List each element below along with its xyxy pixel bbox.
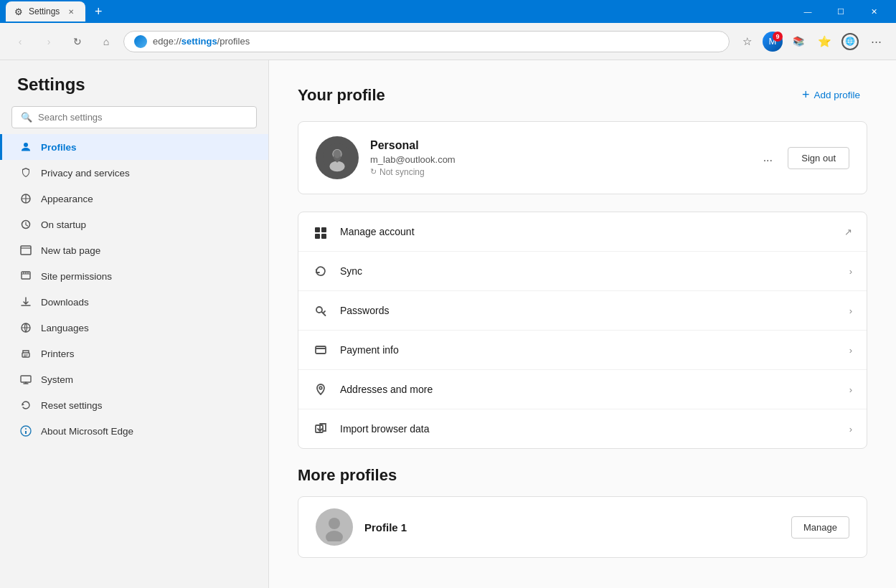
more-profiles-header: More profiles <box>298 466 867 485</box>
import-label: Import browser data <box>340 423 838 435</box>
manage-account-item[interactable]: Manage account ↗ <box>298 212 867 252</box>
settings-tab-label: Settings <box>29 6 60 16</box>
your-profile-title: Your profile <box>298 86 385 105</box>
sidebar-item-startup[interactable]: On startup <box>0 212 268 237</box>
sign-out-button[interactable]: Sign out <box>788 147 849 169</box>
favorites-button[interactable]: ☆ <box>735 30 758 53</box>
profile1-avatar-svg <box>320 513 349 541</box>
personal-avatar-svg <box>323 143 352 172</box>
search-box[interactable]: 🔍 <box>11 106 257 128</box>
search-icon: 🔍 <box>21 112 32 123</box>
sync-item[interactable]: Sync › <box>298 252 867 291</box>
svg-rect-15 <box>315 234 320 239</box>
passwords-label: Passwords <box>340 305 838 316</box>
profile1-card: Profile 1 Manage <box>298 496 867 558</box>
sync-status-text: Not syncing <box>379 167 425 177</box>
profile1-avatar <box>316 508 353 546</box>
system-icon <box>19 373 32 386</box>
personal-profile-actions: ... Sign out <box>756 146 849 169</box>
svg-point-22 <box>326 531 343 541</box>
profiles-icon <box>19 141 32 153</box>
more-options-button[interactable]: ... <box>756 146 779 169</box>
favorites-star-button[interactable]: ⭐ <box>813 30 836 53</box>
addresses-label: Addresses and more <box>340 384 838 395</box>
addresses-item[interactable]: Addresses and more › <box>298 370 867 409</box>
home-button[interactable]: ⌂ <box>95 30 118 53</box>
search-input[interactable] <box>38 112 247 123</box>
import-icon <box>313 421 329 437</box>
svg-point-21 <box>329 518 340 529</box>
collections-button[interactable]: 📚 <box>787 30 810 53</box>
personal-profile-info: Personal m_lab@outlook.com ↻ Not syncing <box>370 139 745 177</box>
sidebar-item-siteperm[interactable]: Site permissions <box>0 263 268 289</box>
personal-profile-card: Personal m_lab@outlook.com ↻ Not syncing… <box>298 121 867 194</box>
badge-count: 9 <box>773 32 783 42</box>
languages-icon <box>19 321 32 334</box>
title-bar: ⚙ Settings ✕ + — ☐ ✕ <box>0 0 896 23</box>
tab-close-btn[interactable]: ✕ <box>65 6 77 17</box>
close-button[interactable]: ✕ <box>857 0 890 23</box>
passwords-item[interactable]: Passwords › <box>298 291 867 331</box>
sidebar-item-about-label: About Microsoft Edge <box>41 426 133 437</box>
passwords-icon <box>313 303 329 318</box>
manage-profile1-button[interactable]: Manage <box>791 516 849 539</box>
payment-arrow-icon: › <box>849 345 852 356</box>
siteperm-icon <box>19 270 32 283</box>
sidebar-item-about[interactable]: About Microsoft Edge <box>0 418 268 444</box>
browser-icon-button[interactable]: 🌐 <box>839 30 862 53</box>
privacy-icon <box>19 166 32 179</box>
address-field[interactable]: edge://settings/profiles <box>123 31 730 52</box>
sidebar-item-languages[interactable]: Languages <box>0 315 268 341</box>
sidebar-item-appearance[interactable]: Appearance <box>0 186 268 212</box>
new-tab-button[interactable]: + <box>88 1 108 22</box>
sidebar-item-profiles-label: Profiles <box>41 142 77 153</box>
back-button[interactable]: ‹ <box>9 30 32 53</box>
toolbar-icons: ☆ M 9 📚 ⭐ 🌐 ⋯ <box>735 30 887 53</box>
svg-rect-18 <box>316 346 326 354</box>
manage-account-icon <box>313 224 329 240</box>
maximize-button[interactable]: ☐ <box>824 0 857 23</box>
svg-rect-16 <box>321 234 326 239</box>
svg-rect-6 <box>21 376 31 382</box>
address-text: edge://settings/profiles <box>153 36 250 47</box>
sync-icon: ↻ <box>370 167 377 176</box>
reset-icon <box>19 399 32 412</box>
more-button[interactable]: ⋯ <box>864 30 887 53</box>
sidebar-item-siteperm-label: Site permissions <box>41 271 112 282</box>
personal-profile-email: m_lab@outlook.com <box>370 154 745 165</box>
settings-tab[interactable]: ⚙ Settings ✕ <box>6 1 85 22</box>
forward-button[interactable]: › <box>37 30 60 53</box>
payment-item[interactable]: Payment info › <box>298 331 867 370</box>
profile-menu-list: Manage account ↗ Sync › <box>298 212 867 449</box>
sidebar-item-downloads[interactable]: Downloads <box>0 289 268 315</box>
import-item[interactable]: Import browser data › <box>298 409 867 448</box>
title-bar-left: ⚙ Settings ✕ + <box>6 1 108 22</box>
sync-item-icon <box>313 263 329 279</box>
sidebar-item-languages-label: Languages <box>41 323 89 333</box>
manage-account-label: Manage account <box>340 226 833 237</box>
personal-profile-sync: ↻ Not syncing <box>370 167 745 177</box>
external-link-icon: ↗ <box>844 227 852 237</box>
sidebar-item-privacy[interactable]: Privacy and services <box>0 160 268 186</box>
personal-avatar <box>316 136 359 179</box>
add-profile-button[interactable]: + Add profile <box>795 83 867 107</box>
sidebar-item-newtab[interactable]: New tab page <box>0 237 268 263</box>
sidebar-item-profiles[interactable]: Profiles <box>0 134 268 160</box>
refresh-button[interactable]: ↻ <box>66 30 89 53</box>
profile-button[interactable]: M 9 <box>761 30 784 53</box>
sidebar-item-startup-label: On startup <box>41 219 86 230</box>
import-arrow-icon: › <box>849 424 852 435</box>
sidebar-item-system[interactable]: System <box>0 366 268 392</box>
svg-rect-2 <box>21 246 31 255</box>
svg-point-10 <box>329 161 344 172</box>
sidebar-item-printers[interactable]: Printers <box>0 341 268 366</box>
svg-point-12 <box>334 150 340 158</box>
startup-icon <box>19 218 32 231</box>
minimize-button[interactable]: — <box>791 0 824 23</box>
addresses-arrow-icon: › <box>849 384 852 395</box>
payment-icon <box>313 342 329 358</box>
appearance-icon <box>19 192 32 205</box>
add-profile-label: Add profile <box>814 90 860 100</box>
window-controls: — ☐ ✕ <box>791 0 890 23</box>
sidebar-item-reset[interactable]: Reset settings <box>0 392 268 418</box>
